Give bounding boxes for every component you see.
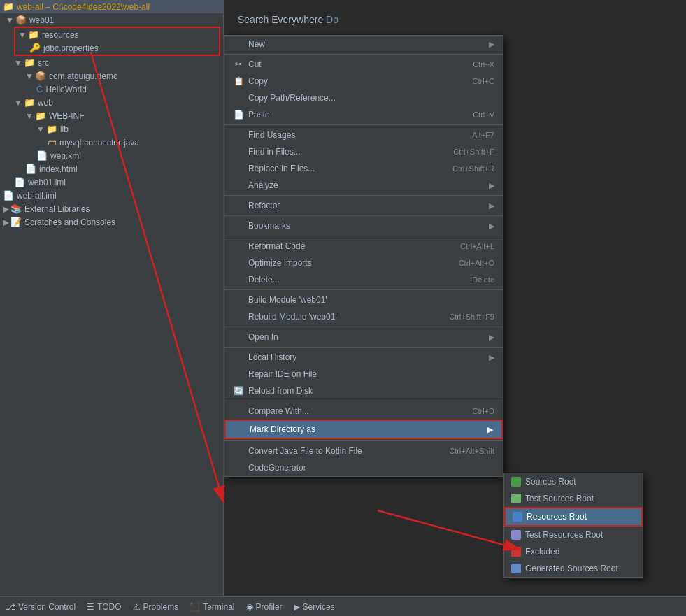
menu-bookmarks[interactable]: Bookmarks ▶ [224,217,503,234]
terminal-icon: ⬛ [190,602,200,612]
tree-indexhtml[interactable]: 📄 index.html [0,162,223,176]
resources-folder-icon: 📁 [28,29,39,40]
menu-find-in-files[interactable]: Find in Files... Ctrl+Shift+F [224,143,503,160]
tree-resources[interactable]: ▼ 📁 resources [15,28,219,41]
tree-web01[interactable]: ▼ 📦 web01 [0,13,223,27]
menu-find-usages[interactable]: Find Usages Alt+F7 [224,127,503,143]
copy-icon: 📋 [233,76,244,87]
chevron-down-icon4: ▼ [25,71,34,81]
submenu-mark-directory: Sources Root Test Sources Root Resources… [503,473,643,578]
package-icon: 📦 [35,71,46,81]
menu-compare[interactable]: Compare With... Ctrl+D [224,403,503,420]
submenu-sources-root[interactable]: Sources Root [504,473,643,490]
optimize-icon [233,257,244,268]
chevron-right-icon2: ▶ [3,217,9,227]
webinf-icon: 📁 [35,110,46,121]
status-todo[interactable]: ☰ TODO [87,602,121,612]
web-folder-icon: 📁 [24,97,35,108]
arrow-icon5: ▶ [489,333,494,342]
ext-libs-icon: 📚 [10,203,22,214]
separator7 [224,327,503,327]
menu-codegen[interactable]: CodeGenerator [224,459,503,476]
bookmarks-icon [233,220,244,231]
tree-package[interactable]: ▼ 📦 com.atguigu.demo [0,69,223,83]
menu-delete[interactable]: Delete... Delete [224,271,503,288]
menu-convert-kotlin[interactable]: Convert Java File to Kotlin File Ctrl+Al… [224,443,503,459]
tree-src[interactable]: ▼ 📁 src [0,56,223,69]
reload-icon: 🔄 [233,385,244,396]
menu-refactor[interactable]: Refactor ▶ [224,197,503,214]
properties-file-icon: 🔑 [29,43,41,53]
separator5 [224,236,503,236]
context-menu: New ▶ ✂ Cut Ctrl+X 📋 Copy Ctrl+C Copy Pa… [224,35,503,477]
menu-replace[interactable]: Replace in Files... Ctrl+Shift+R [224,160,503,177]
tree-lib[interactable]: ▼ 📁 lib [0,122,223,136]
warning-icon: ⚠ [133,602,141,612]
delete-icon [233,274,244,285]
submenu-resources-root[interactable]: Resources Root [504,507,643,527]
separator6 [224,289,503,290]
new-icon [233,38,244,50]
separator8 [224,347,503,348]
chevron-down-icon7: ▼ [36,124,45,134]
analyze-icon [233,180,244,191]
module-icon: 📦 [15,15,27,25]
separator10 [224,440,503,441]
jar-icon: 🗃 [48,137,57,148]
find-icon [233,129,244,141]
tree-mysql-jar[interactable]: 🗃 mysql-connector-java [0,136,223,149]
menu-reload[interactable]: 🔄 Reload from Disk [224,382,503,399]
menu-new[interactable]: New ▶ [224,36,503,52]
tree-helloworld[interactable]: C HelloWorld [0,83,223,96]
separator [224,54,503,55]
generated-sources-icon [511,564,521,573]
menu-local-history[interactable]: Local History ▶ [224,349,503,366]
find-files-icon [233,146,244,157]
submenu-test-resources[interactable]: Test Resources Root [504,527,643,543]
java-icon: C [36,84,43,94]
tree-webxml[interactable]: 📄 web.xml [0,149,223,162]
mark-dir-icon [234,424,245,435]
tree-web[interactable]: ▼ 📁 web [0,96,223,109]
menu-rebuild[interactable]: Rebuild Module 'web01' Ctrl+Shift+F9 [224,308,503,325]
menu-repair-ide[interactable]: Repair IDE on File [224,366,503,382]
tree-root[interactable]: 📁 web-all – C:\code4idea2022\web-all [0,0,223,13]
chevron-down-icon3: ▼ [14,58,22,68]
test-resources-icon [511,530,521,540]
sources-root-icon [511,477,521,487]
replace-icon [233,163,244,174]
menu-cut[interactable]: ✂ Cut Ctrl+X [224,56,503,73]
menu-reformat[interactable]: Reformat Code Ctrl+Alt+L [224,238,503,255]
scratches-icon: 📝 [10,217,22,227]
submenu-excluded[interactable]: Excluded [504,543,643,560]
menu-paste[interactable]: 📄 Paste Ctrl+V [224,106,503,123]
tree-webinf[interactable]: ▼ 📁 WEB-INF [0,109,223,122]
submenu-generated-sources[interactable]: Generated Sources Root [504,560,643,577]
tree-jdbc[interactable]: 🔑 jdbc.properties [15,41,219,55]
menu-open-in[interactable]: Open In ▶ [224,329,503,345]
status-services[interactable]: ▶ Services [294,602,335,612]
tree-weballiml[interactable]: 📄 web-all.iml [0,189,223,202]
menu-copy[interactable]: 📋 Copy Ctrl+C [224,73,503,89]
status-profiler[interactable]: ◉ Profiler [246,602,283,612]
status-terminal[interactable]: ⬛ Terminal [190,602,234,612]
submenu-test-sources[interactable]: Test Sources Root [504,490,643,507]
cut-icon: ✂ [233,59,244,70]
sidebar: 📁 web-all – C:\code4idea2022\web-all ▼ 📦… [0,0,224,596]
menu-analyze[interactable]: Analyze ▶ [224,177,503,194]
tree-web01iml[interactable]: 📄 web01.iml [0,176,223,189]
tree-ext-libs[interactable]: ▶ 📚 External Libraries [0,202,223,215]
compare-icon [233,406,244,417]
status-problems[interactable]: ⚠ Problems [133,602,179,612]
arrow-icon4: ▶ [489,222,494,231]
iml2-icon: 📄 [3,190,14,201]
separator4 [224,215,503,216]
copy-path-icon [233,92,244,103]
status-version-control[interactable]: ⎇ Version Control [6,602,76,612]
menu-copy-path[interactable]: Copy Path/Reference... [224,89,503,106]
tree-scratches[interactable]: ▶ 📝 Scratches and Consoles [0,215,223,229]
menu-mark-directory[interactable]: Mark Directory as ▶ [224,420,503,439]
separator9 [224,401,503,401]
menu-optimize[interactable]: Optimize Imports Ctrl+Alt+O [224,255,503,271]
menu-build[interactable]: Build Module 'web01' [224,292,503,308]
